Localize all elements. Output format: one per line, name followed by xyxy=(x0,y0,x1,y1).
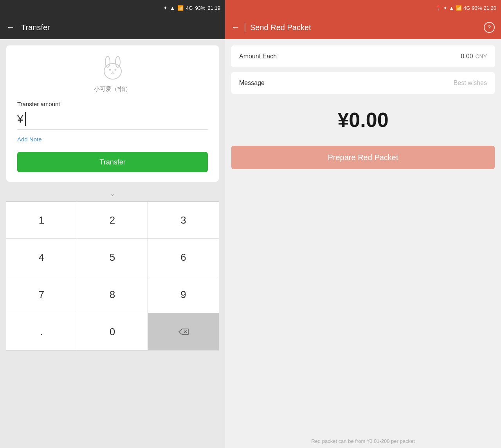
key-8[interactable]: 8 xyxy=(77,276,148,313)
total-amount-value: ¥0.00 xyxy=(337,108,388,132)
message-row[interactable]: Message Best wishes xyxy=(231,72,495,94)
key-5[interactable]: 5 xyxy=(77,239,148,276)
svg-point-4 xyxy=(114,69,116,71)
right-signal-icon: 📶 xyxy=(456,5,462,11)
key-dot[interactable]: . xyxy=(6,313,77,350)
right-header: ← Send Red Packet ? xyxy=(225,16,501,39)
avatar-section: 小可爱（*怡） xyxy=(17,55,208,93)
amount-each-row[interactable]: Amount Each 0.00 CNY xyxy=(231,45,495,67)
right-battery-label: 93% xyxy=(472,5,482,11)
right-time-label: 21:20 xyxy=(483,5,496,11)
right-content: Amount Each 0.00 CNY Message Best wishes… xyxy=(225,39,501,432)
help-button[interactable]: ? xyxy=(484,22,495,33)
left-bluetooth-icon: ✦ xyxy=(163,5,168,11)
amount-input-row[interactable]: ¥ xyxy=(17,112,208,126)
total-amount-display: ¥0.00 xyxy=(231,99,495,141)
keyboard-section: ⌄ 1 2 3 4 5 6 7 8 9 . 0 xyxy=(6,186,219,442)
message-label: Message xyxy=(239,79,265,87)
amount-each-label: Amount Each xyxy=(239,53,277,60)
amount-divider xyxy=(17,129,208,130)
avatar-icon xyxy=(99,55,126,82)
cursor xyxy=(25,112,26,126)
left-4g-label: 4G xyxy=(186,5,193,11)
currency-label: CNY xyxy=(475,53,487,60)
key-6[interactable]: 6 xyxy=(148,239,219,276)
right-status-bar: 📍 ✦ ▲ 📶 4G 93% 21:20 xyxy=(225,0,501,16)
key-3[interactable]: 3 xyxy=(148,202,219,239)
left-page-title: Transfer xyxy=(21,23,50,32)
add-note-button[interactable]: Add Note xyxy=(17,136,42,143)
svg-point-1 xyxy=(105,56,110,67)
prepare-red-packet-button[interactable]: Prepare Red Packet xyxy=(231,146,495,169)
transfer-button[interactable]: Transfer xyxy=(17,152,208,172)
yen-symbol: ¥ xyxy=(17,113,23,125)
transfer-card: 小可爱（*怡） Transfer amount ¥ Add Note Trans… xyxy=(6,45,219,182)
left-signal-icon: 📶 xyxy=(177,5,184,11)
left-content: 小可爱（*怡） Transfer amount ¥ Add Note Trans… xyxy=(0,39,225,448)
svg-point-2 xyxy=(115,56,120,67)
right-back-button[interactable]: ← xyxy=(231,22,240,33)
left-panel: ✦ ▲ 📶 4G 93% 21:19 ← Transfer xyxy=(0,0,225,448)
right-wifi-icon: ▲ xyxy=(449,5,454,11)
key-7[interactable]: 7 xyxy=(6,276,77,313)
numpad: 1 2 3 4 5 6 7 8 9 . 0 xyxy=(6,201,219,350)
key-backspace[interactable] xyxy=(148,313,219,350)
message-placeholder: Best wishes xyxy=(454,79,487,87)
left-battery-label: 93% xyxy=(195,5,205,11)
transfer-amount-label: Transfer amount xyxy=(17,101,60,107)
keyboard-dismiss[interactable]: ⌄ xyxy=(6,186,219,201)
right-bluetooth-icon: ✦ xyxy=(443,5,447,11)
chevron-down-icon: ⌄ xyxy=(110,190,115,197)
right-page-title: Send Red Packet xyxy=(250,23,479,32)
key-1[interactable]: 1 xyxy=(6,202,77,239)
key-2[interactable]: 2 xyxy=(77,202,148,239)
amount-each-value: 0.00 xyxy=(461,53,473,60)
key-4[interactable]: 4 xyxy=(6,239,77,276)
avatar-name: 小可爱（*怡） xyxy=(94,85,132,93)
svg-point-0 xyxy=(104,63,121,79)
key-0[interactable]: 0 xyxy=(77,313,148,350)
svg-point-3 xyxy=(109,69,111,71)
svg-point-5 xyxy=(112,72,114,73)
right-panel: 📍 ✦ ▲ 📶 4G 93% 21:20 ← Send Red Packet ?… xyxy=(225,0,501,448)
hint-text: Red packet can be from ¥0.01-200 per pac… xyxy=(225,438,501,444)
left-header: ← Transfer xyxy=(0,16,225,39)
left-back-button[interactable]: ← xyxy=(6,22,15,33)
header-divider xyxy=(245,23,245,32)
right-4g-label: 4G xyxy=(463,5,470,11)
key-9[interactable]: 9 xyxy=(148,276,219,313)
left-wifi-icon: ▲ xyxy=(170,5,175,11)
right-location-icon: 📍 xyxy=(435,5,442,11)
left-status-bar: ✦ ▲ 📶 4G 93% 21:19 xyxy=(0,0,225,16)
left-time-label: 21:19 xyxy=(207,5,220,11)
